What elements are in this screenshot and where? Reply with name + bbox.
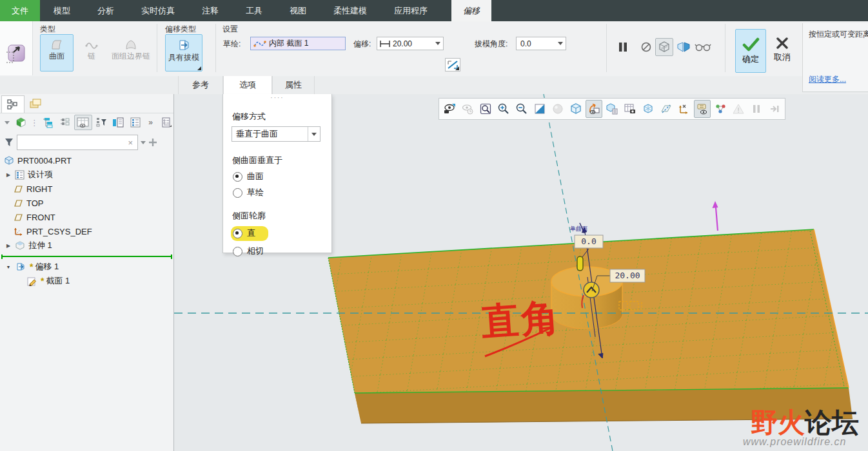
shading-icon[interactable]: [549, 100, 566, 118]
type-surface-button[interactable]: 曲面: [40, 34, 74, 72]
offset-combo-caret[interactable]: [435, 42, 440, 45]
zoom-out-icon[interactable]: [513, 100, 530, 118]
sketch-field[interactable]: 内部 截面 1: [250, 37, 346, 50]
pause-icon[interactable]: [748, 100, 765, 118]
quilt-boundary-icon: [124, 38, 138, 51]
menu-tab-view[interactable]: 视图: [276, 0, 320, 21]
radio-surface[interactable]: 曲面: [233, 171, 331, 182]
menu-tab-applications[interactable]: 应用程序: [380, 0, 441, 21]
tab-options[interactable]: 选项: [223, 76, 272, 95]
select-dropdown-button[interactable]: [308, 127, 320, 141]
zoom-in-icon[interactable]: [495, 100, 512, 118]
tree-item-extrude[interactable]: ▶ 拉伸 1: [0, 238, 173, 253]
datum-display-icon[interactable]: [676, 100, 693, 118]
menu-tab-annotate[interactable]: 注释: [188, 0, 232, 21]
tree-item-part[interactable]: PRT0004.PRT: [0, 153, 173, 168]
wireframe-preview-button[interactable]: [655, 38, 673, 56]
tree-toolbar: ⋮ »: [0, 114, 173, 131]
tree-item-section[interactable]: * 截面 1: [0, 274, 173, 288]
group-label-offset-type: 偏移类型: [165, 24, 196, 35]
cancel-button[interactable]: 取消: [769, 29, 796, 72]
tab-properties[interactable]: 属性: [272, 76, 315, 94]
radio-sketch[interactable]: 草绘: [233, 187, 331, 198]
sim-warning-icon[interactable]: [730, 100, 747, 118]
ok-button[interactable]: 确定: [735, 29, 766, 73]
add-icon[interactable]: [148, 138, 157, 147]
tree-settings-icon[interactable]: [159, 115, 173, 130]
offset-type-draft-button[interactable]: 具有拔模: [165, 34, 202, 72]
saved-views-icon[interactable]: [441, 100, 458, 118]
funnel-icon[interactable]: [4, 137, 14, 148]
menu-tab-offset-active[interactable]: 偏移: [451, 0, 491, 21]
tree-filter-icon[interactable]: [94, 115, 109, 130]
radio-straight-label: 直: [247, 227, 255, 239]
expander-icon[interactable]: ▶: [5, 172, 12, 178]
offset-value-combo[interactable]: 20.00: [377, 37, 444, 50]
menu-tab-flexible-modeling[interactable]: 柔性建模: [320, 0, 380, 21]
no-preview-button[interactable]: [637, 38, 655, 56]
clear-search-icon[interactable]: ×: [123, 138, 137, 148]
menu-tab-analysis[interactable]: 分析: [84, 0, 128, 21]
expander-icon[interactable]: ▶: [5, 243, 12, 249]
radio-straight[interactable]: 直: [233, 226, 331, 241]
spin-center-icon[interactable]: [712, 100, 729, 118]
draft-angle-combo[interactable]: 0.0: [516, 37, 566, 50]
step-forward-icon[interactable]: [766, 100, 783, 118]
offset-feature-icon: [5, 44, 25, 66]
offset-method-select[interactable]: 垂直于曲面: [232, 126, 321, 142]
section-view-icon[interactable]: [604, 100, 620, 118]
tree-item-front-plane[interactable]: FRONT: [0, 210, 173, 224]
tab-folder-browser[interactable]: [25, 95, 46, 112]
surface-icon: [50, 38, 64, 51]
tab-model-tree[interactable]: [1, 95, 25, 113]
type-quilt-boundary-button[interactable]: 面组边界链: [108, 34, 153, 72]
menu-tab-live-sim[interactable]: 实时仿真: [128, 0, 188, 21]
view-history-icon[interactable]: [459, 100, 476, 118]
tab-references[interactable]: 参考: [178, 76, 223, 94]
saved-orientations-icon[interactable]: [586, 100, 602, 118]
pause-button[interactable]: [614, 38, 632, 56]
insert-locator[interactable]: [1, 256, 172, 257]
expand-tree-icon[interactable]: [40, 115, 55, 130]
glasses-button[interactable]: [694, 38, 712, 56]
chevrons-icon[interactable]: »: [145, 115, 157, 130]
collapse-tree-icon[interactable]: [57, 115, 72, 130]
open-doc-icon[interactable]: [111, 115, 126, 130]
plane-display-icon[interactable]: [658, 100, 675, 118]
tree-columns-icon[interactable]: [74, 115, 92, 130]
model-cube-icon[interactable]: [14, 115, 28, 130]
tree-item-design-items[interactable]: ▶ 设计项: [0, 168, 173, 182]
offset-drag-handle[interactable]: [584, 282, 599, 298]
flip-direction-button[interactable]: [445, 58, 460, 72]
read-more-link[interactable]: 阅读更多...: [809, 74, 846, 85]
menu-tab-file[interactable]: 文件: [0, 0, 40, 21]
radio-tangent[interactable]: 相切: [233, 245, 331, 257]
group-label-type: 类型: [40, 24, 55, 35]
tree-search-input[interactable]: ×: [17, 135, 138, 150]
chevron-down-icon: [311, 133, 317, 136]
type-chain-button[interactable]: 链: [77, 34, 106, 72]
draft-combo-caret[interactable]: [558, 42, 563, 45]
perspective-icon[interactable]: [640, 100, 656, 118]
expander-icon[interactable]: ▼: [5, 265, 12, 269]
draft-drag-handle[interactable]: [577, 256, 583, 271]
repaint-icon[interactable]: [531, 100, 548, 118]
search-options-caret[interactable]: [141, 141, 146, 144]
display-style-icon[interactable]: [567, 100, 584, 118]
tree-item-top-plane[interactable]: TOP: [0, 196, 173, 210]
caret-down-icon[interactable]: [3, 115, 12, 130]
tree-item-csys[interactable]: PRT_CSYS_DEF: [0, 224, 173, 238]
menu-tab-tools[interactable]: 工具: [232, 0, 276, 21]
menu-tab-model[interactable]: 模型: [40, 0, 84, 21]
tree-item-right-plane[interactable]: RIGHT: [0, 182, 173, 196]
draft-dimension[interactable]: 0.0: [575, 235, 603, 248]
view-manager-icon[interactable]: [622, 100, 638, 118]
panel-drag-handle[interactable]: ····: [223, 94, 331, 102]
annotation-display-icon[interactable]: [694, 100, 711, 118]
draft-offset-icon: [176, 38, 192, 52]
list-view-icon[interactable]: [128, 115, 143, 130]
options-panel: ···· 偏移方式 垂直于曲面 侧曲面垂直于 曲面 草绘 侧面轮廓 直 相切: [222, 94, 332, 253]
tree-item-offset[interactable]: ▼ * 偏移 1: [0, 260, 173, 274]
zoom-fit-icon[interactable]: [477, 100, 494, 118]
feature-preview-button[interactable]: [675, 38, 693, 56]
